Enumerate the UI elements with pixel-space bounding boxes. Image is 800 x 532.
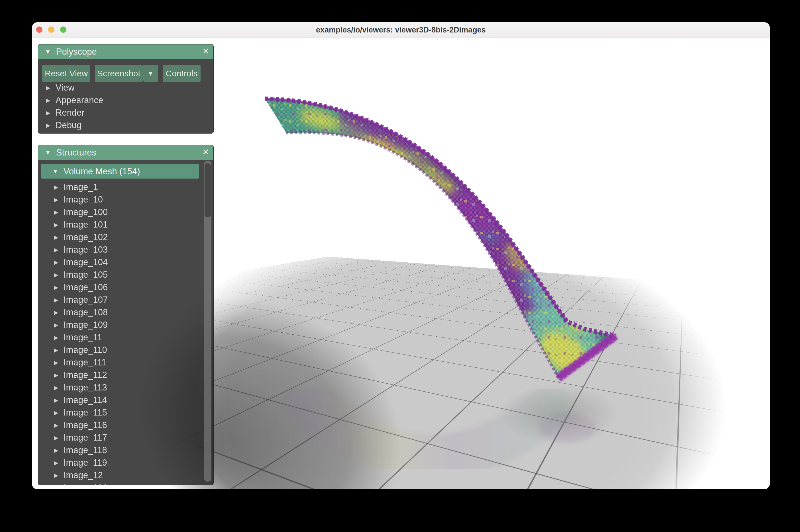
list-item[interactable]: ▶Image_115: [38, 406, 202, 419]
expand-icon: ▶: [54, 284, 61, 291]
list-item-label: Image_117: [63, 433, 107, 443]
expand-icon: ▶: [54, 309, 61, 316]
list-item-label: Image_107: [63, 295, 108, 305]
list-item[interactable]: ▶Image_119: [38, 457, 202, 469]
close-icon[interactable]: ✕: [202, 147, 209, 157]
expand-icon: ▶: [46, 122, 53, 129]
list-item-label: Image_119: [63, 458, 107, 468]
expand-icon: ▶: [54, 397, 61, 403]
list-item[interactable]: ▶Image_11: [38, 331, 202, 344]
panel-title: Structures: [56, 148, 96, 158]
3d-viewport[interactable]: ▼ Polyscope ✕ Reset View Screenshot ▼ Co…: [32, 38, 770, 489]
list-item-label: Image_12: [63, 470, 103, 480]
list-item-label: Image_10: [63, 194, 103, 205]
tree-item-label: Debug: [56, 120, 81, 130]
list-item-label: Image_109: [63, 320, 108, 330]
list-item[interactable]: ▶Image_100: [38, 206, 202, 218]
list-item[interactable]: ▶Image_104: [38, 256, 202, 269]
list-item-label: Image_110: [63, 345, 107, 355]
list-item-label: Image_1: [63, 182, 98, 192]
list-item-label: Image_120: [63, 483, 108, 485]
title-bar[interactable]: examples/io/viewers: viewer3D-8bis-2Dima…: [32, 22, 770, 38]
list-item[interactable]: ▶Image_112: [38, 369, 202, 381]
list-item[interactable]: ▶Image_111: [38, 356, 202, 369]
list-item-label: Image_101: [63, 220, 108, 230]
list-item-label: Image_118: [63, 445, 107, 455]
zoom-window-button[interactable]: [60, 26, 67, 33]
list-item[interactable]: ▶Image_10: [38, 193, 202, 206]
structures-panel-header[interactable]: ▼ Structures ✕: [38, 145, 213, 160]
list-item-label: Image_111: [63, 357, 107, 368]
screenshot-dropdown-button[interactable]: ▼: [143, 65, 158, 82]
expand-icon: ▶: [54, 347, 61, 354]
list-item[interactable]: ▶Image_116: [38, 419, 202, 432]
list-item[interactable]: ▶Image_114: [38, 394, 202, 406]
volume-mesh-group-row[interactable]: ▼ Volume Mesh (154): [41, 164, 199, 178]
scrollbar-thumb[interactable]: [205, 163, 211, 217]
list-item-label: Image_106: [63, 282, 108, 292]
tree-item-appearance[interactable]: ▶ Appearance: [38, 94, 213, 107]
list-item-partial[interactable]: ▶Image_120: [38, 481, 202, 485]
expand-icon: ▶: [54, 472, 61, 479]
controls-button[interactable]: Controls: [163, 65, 201, 82]
list-item[interactable]: ▶Image_12: [38, 469, 202, 481]
list-item-label: Image_105: [63, 270, 108, 280]
polyscope-panel: ▼ Polyscope ✕ Reset View Screenshot ▼ Co…: [38, 44, 214, 134]
list-item[interactable]: ▶Image_106: [38, 281, 202, 293]
list-item[interactable]: ▶Image_101: [38, 218, 202, 231]
list-item-label: Image_113: [63, 382, 107, 393]
list-item[interactable]: ▶Image_117: [38, 432, 202, 444]
list-item[interactable]: ▶Image_109: [38, 319, 202, 331]
list-item[interactable]: ▶Image_110: [38, 344, 202, 356]
tree-item-view[interactable]: ▶ View: [38, 81, 213, 94]
tree-item-render[interactable]: ▶ Render: [38, 107, 213, 119]
expand-icon: ▶: [54, 372, 61, 379]
list-item-label: Image_103: [63, 245, 108, 255]
list-item[interactable]: ▶Image_107: [38, 293, 202, 306]
expand-icon: ▶: [54, 196, 61, 203]
list-item-label: Image_114: [63, 395, 107, 405]
expand-icon: ▶: [54, 259, 61, 266]
collapse-icon[interactable]: ▼: [45, 49, 51, 55]
list-item-label: Image_102: [63, 232, 108, 242]
close-icon[interactable]: ✕: [202, 46, 209, 56]
expand-icon: ▶: [54, 434, 61, 441]
expand-icon: ▶: [46, 84, 53, 91]
list-item[interactable]: ▶Image_113: [38, 381, 202, 394]
expand-icon: ▶: [54, 422, 61, 429]
reset-view-button[interactable]: Reset View: [42, 65, 90, 82]
tree-item-debug[interactable]: ▶ Debug: [38, 119, 213, 132]
expand-icon: ▶: [54, 359, 61, 366]
tree-item-label: Appearance: [56, 95, 103, 106]
polyscope-panel-header[interactable]: ▼ Polyscope ✕: [38, 44, 213, 59]
tree-item-label: Render: [56, 108, 85, 118]
close-window-button[interactable]: [36, 26, 42, 33]
structures-panel: ▼ Structures ✕ ▼ Volume Mesh (154) ▶Imag…: [38, 145, 214, 485]
window-title: examples/io/viewers: viewer3D-8bis-2Dima…: [316, 26, 486, 35]
expand-icon: ▶: [54, 234, 61, 241]
app-window: examples/io/viewers: viewer3D-8bis-2Dima…: [32, 22, 770, 489]
list-item[interactable]: ▶Image_108: [38, 306, 202, 319]
expand-icon: ▶: [54, 384, 61, 391]
tree-item-label: View: [56, 82, 75, 93]
expand-icon: ▶: [54, 271, 61, 278]
list-item-label: Image_100: [63, 207, 108, 217]
list-item[interactable]: ▶Image_102: [38, 231, 202, 244]
expand-icon: ▶: [54, 221, 61, 228]
expand-icon[interactable]: ▼: [52, 168, 58, 174]
minimize-window-button[interactable]: [48, 26, 54, 33]
list-item[interactable]: ▶Image_105: [38, 269, 202, 281]
list-item[interactable]: ▶Image_103: [38, 244, 202, 256]
screenshot-button[interactable]: Screenshot: [95, 65, 143, 82]
list-item-label: Image_116: [63, 420, 107, 430]
collapse-icon[interactable]: ▼: [45, 150, 51, 156]
expand-icon: ▶: [54, 459, 61, 466]
list-item-label: Image_112: [63, 370, 107, 380]
volume-mesh-label: Volume Mesh (154): [63, 166, 140, 176]
structures-scrollbar[interactable]: [204, 161, 211, 481]
list-item[interactable]: ▶Image_118: [38, 444, 202, 457]
expand-icon: ▶: [54, 334, 61, 341]
list-item[interactable]: ▶Image_1: [38, 181, 202, 193]
list-item-label: Image_108: [63, 307, 108, 318]
expand-icon: ▶: [54, 184, 61, 191]
